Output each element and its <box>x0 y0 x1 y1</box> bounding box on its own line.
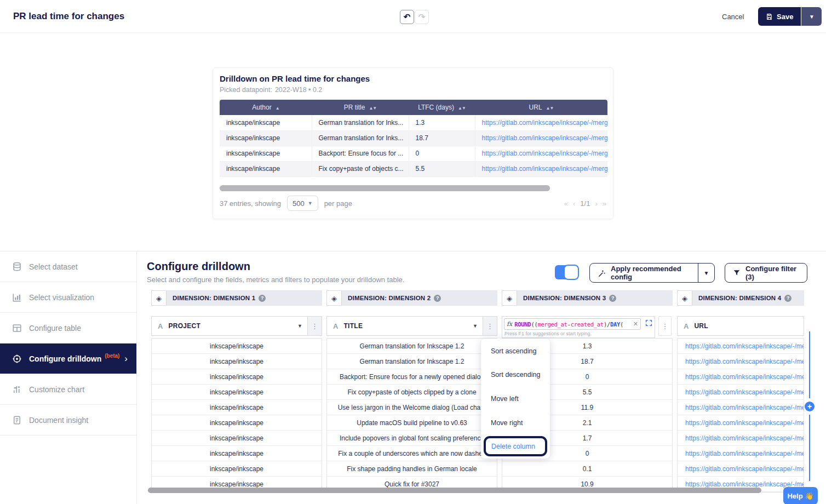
apply-recommended-config-button[interactable]: Apply recommended config <box>590 265 698 281</box>
grid-url-link[interactable]: https://gitlab.com/inkscape/inkscape/-/m… <box>678 339 804 354</box>
help-button[interactable]: Help 👋 <box>783 487 818 504</box>
field-selector-project[interactable]: A PROJECT ▼ ⋮ <box>151 316 322 336</box>
formula-token: )/ <box>604 321 610 328</box>
url-link[interactable]: https://gitlab.com/inkscape/inkscape/-/m… <box>475 161 607 176</box>
field-selector-title[interactable]: A TITLE ▼ ⋮ <box>326 316 497 336</box>
column-menu-button[interactable]: ⋮ <box>483 317 497 335</box>
menu-item-sort-descending[interactable]: Sort descending <box>481 363 550 387</box>
formula-field[interactable]: fx ROUND((merged_at-created_at)/DAY( ✕ P… <box>502 316 655 338</box>
dimension-label: DIMENSION: DIMENSION 4 <box>698 295 781 301</box>
menu-item-move-right[interactable]: Move right <box>481 411 550 435</box>
sidebar-item-configure-drilldown[interactable]: Configure drilldown(beta)› <box>0 343 136 374</box>
sidebar-item-select-visualization[interactable]: Select visualization <box>0 282 136 313</box>
text-type-icon: A <box>158 322 163 330</box>
grid-project-cell: inkscape/inkscape <box>152 385 322 400</box>
menu-item-sort-ascending[interactable]: Sort ascending <box>481 339 550 363</box>
help-circle-icon[interactable]: ? <box>784 295 791 302</box>
menu-item-delete-column[interactable]: Delete column <box>484 436 547 456</box>
help-circle-icon[interactable]: ? <box>259 295 266 302</box>
grid-url-link[interactable]: https://gitlab.com/inkscape/inkscape/-/m… <box>678 446 804 461</box>
undo-button[interactable]: ↶ <box>400 10 414 24</box>
sidebar-item-label: Document insight <box>29 416 88 425</box>
grid-url-link[interactable]: https://gitlab.com/inkscape/inkscape/-/m… <box>678 461 804 477</box>
ltfc-cell: 1.3 <box>409 115 475 130</box>
formula-input[interactable]: fx ROUND((merged_at-created_at)/DAY( ✕ <box>504 318 641 330</box>
page-size-select[interactable]: 500 ▼ <box>287 196 318 211</box>
column-menu-button[interactable]: ⋮ <box>658 316 672 336</box>
menu-item-move-left[interactable]: Move left <box>481 387 550 411</box>
grid-project-cell: inkscape/inkscape <box>152 369 322 385</box>
ltfc-cell: 5.5 <box>409 161 475 176</box>
column-header-pr-title[interactable]: PR title▲▼ <box>312 100 409 115</box>
sort-icon[interactable]: ▲▼ <box>369 106 376 111</box>
database-icon <box>12 262 22 272</box>
app-window: PR lead time for changes ↶ ↷ Cancel Save… <box>0 0 826 504</box>
chevron-down-icon: ▼ <box>308 201 313 206</box>
apply-config-dropdown-button[interactable]: ▼ <box>698 264 714 282</box>
clear-formula-icon[interactable]: ✕ <box>633 320 638 328</box>
sidebar-item-configure-table[interactable]: Configure table <box>0 313 136 343</box>
last-page-icon[interactable]: » <box>603 199 606 208</box>
redo-button[interactable]: ↷ <box>415 10 429 24</box>
sidebar-item-select-dataset[interactable]: Select dataset <box>0 251 136 282</box>
next-page-icon[interactable]: › <box>595 199 597 208</box>
grid-project-cell: inkscape/inkscape <box>152 461 322 477</box>
entries-text: 37 entries, showing <box>220 199 281 208</box>
grid-url-link[interactable]: https://gitlab.com/inkscape/inkscape/-/m… <box>678 400 804 415</box>
grid-url-link[interactable]: https://gitlab.com/inkscape/inkscape/-/m… <box>678 385 804 400</box>
column-header-label: LTFC (days) <box>418 104 454 111</box>
help-circle-icon[interactable]: ? <box>609 295 616 302</box>
grid-title-cell: Use less jargon in the Welcome dialog (L… <box>327 400 497 415</box>
sort-ascending-icon[interactable]: ▲ <box>276 106 279 111</box>
apply-recommended-config-label: Apply recommended config <box>611 265 690 281</box>
formula-token: created_at <box>571 321 604 328</box>
save-button[interactable]: Save <box>758 7 801 26</box>
configure-filter-button[interactable]: Configure filter (3) <box>725 263 807 283</box>
url-link[interactable]: https://gitlab.com/inkscape/inkscape/-/m… <box>475 130 607 146</box>
beta-badge: (beta) <box>105 353 119 359</box>
column-header-url[interactable]: URL▲▼ <box>475 100 607 115</box>
prev-page-icon[interactable]: ‹ <box>573 199 575 208</box>
grid-url-link[interactable]: https://gitlab.com/inkscape/inkscape/-/m… <box>678 431 804 446</box>
formula-token: ( <box>620 321 623 328</box>
author-cell: inkscape/inkscape <box>220 115 312 130</box>
field-selector-url[interactable]: A URL <box>677 316 804 336</box>
grid-title-cell: Fix copy+paste of objects clipped by a c… <box>327 385 497 400</box>
drilldown-toggle[interactable] <box>555 265 577 279</box>
card-footer: 37 entries, showing 500 ▼ per page <box>220 196 352 211</box>
grid-column-project: inkscape/inkscapeinkscape/inkscapeinksca… <box>151 338 322 492</box>
add-column-button[interactable]: + <box>805 402 814 411</box>
sidebar-item-document-insight[interactable]: Document insight <box>0 405 136 436</box>
top-bar: PR lead time for changes ↶ ↷ Cancel Save… <box>0 0 826 33</box>
column-header-ltfc-days[interactable]: LTFC (days)▲▼ <box>409 100 475 115</box>
pr-title-cell: Fix copy+paste of objects c... <box>312 161 409 176</box>
url-link[interactable]: https://gitlab.com/inkscape/inkscape/-/m… <box>475 115 607 130</box>
drilldown-card-title: Drilldown on PR lead time for changes <box>220 74 370 83</box>
help-circle-icon[interactable]: ? <box>434 295 441 302</box>
pr-title-cell: Backport: Ensure focus for ... <box>312 146 409 161</box>
first-page-icon[interactable]: « <box>564 199 568 208</box>
grid-url-link[interactable]: https://gitlab.com/inkscape/inkscape/-/m… <box>678 354 804 369</box>
save-dropdown-button[interactable]: ▼ <box>801 7 822 26</box>
grid-url-link[interactable]: https://gitlab.com/inkscape/inkscape/-/m… <box>678 369 804 385</box>
sort-icon[interactable]: ▲▼ <box>458 106 466 111</box>
author-cell: inkscape/inkscape <box>220 130 312 146</box>
chevron-down-icon: ▼ <box>809 14 814 20</box>
column-menu-button[interactable]: ⋮ <box>307 317 322 335</box>
table-row: inkscape/inkscapeFix copy+paste of objec… <box>220 161 607 176</box>
grid-url-link[interactable]: https://gitlab.com/inkscape/inkscape/-/m… <box>678 415 804 431</box>
formula-token: merged_at <box>537 321 567 328</box>
configure-title: Configure drilldown <box>147 260 250 273</box>
column-header-author[interactable]: Author▲ <box>220 100 312 115</box>
sidebar-item-customize-chart[interactable]: Customize chart <box>0 374 136 405</box>
grid-title-cell: Include popovers in global font scaling … <box>327 431 497 446</box>
card-horizontal-scrollbar[interactable] <box>220 185 550 191</box>
sort-icon[interactable]: ▲▼ <box>546 106 554 111</box>
table-row: inkscape/inkscapeGerman translation for … <box>220 130 607 146</box>
grid-horizontal-scrollbar[interactable] <box>148 488 761 493</box>
table-row: inkscape/inkscapeBackport: Ensure focus … <box>220 146 607 161</box>
expand-formula-icon[interactable] <box>645 319 652 327</box>
cancel-button[interactable]: Cancel <box>722 0 744 33</box>
url-link[interactable]: https://gitlab.com/inkscape/inkscape/-/m… <box>475 146 607 161</box>
grid-title-cell: Fix shape padding handles in German loca… <box>327 461 497 477</box>
